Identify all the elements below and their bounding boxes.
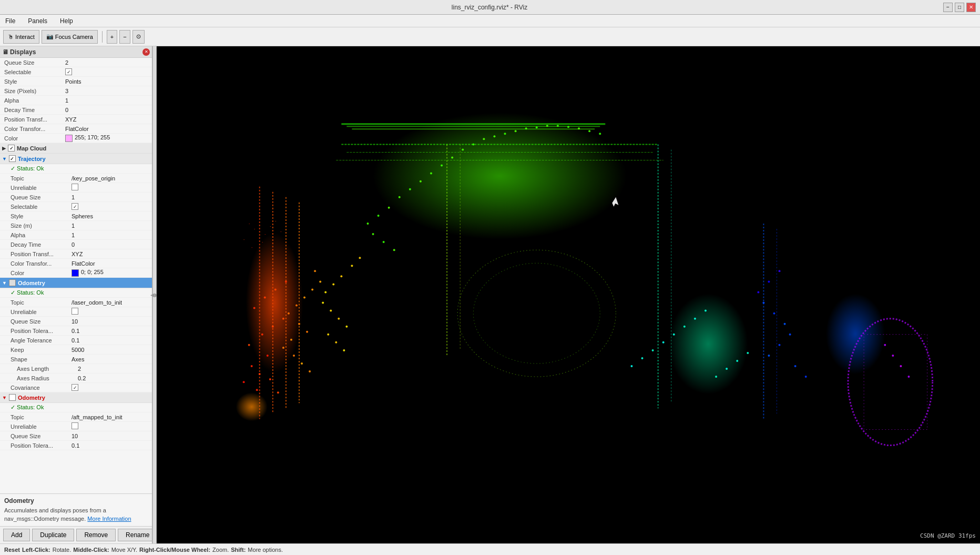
svg-point-93 [900, 365, 902, 367]
main-content: 🖥 Displays ✕ Queue Size 2 Selectable Sty… [0, 46, 980, 543]
odometry-1-pos-tolera: Position Tolera... 0.1 [0, 326, 152, 336]
section-trajectory[interactable]: ▼ Trajectory [0, 154, 152, 164]
trajectory-alpha: Alpha 1 [0, 230, 152, 240]
trajectory-style: Style Spheres [0, 211, 152, 221]
odometry-1-axes-length: Axes Length 2 [0, 364, 152, 374]
svg-rect-123 [265, 234, 266, 235]
displays-title: 🖥 Displays [2, 48, 36, 56]
svg-point-92 [892, 355, 894, 357]
minimize-button[interactable]: − [943, 3, 953, 12]
menu-panels[interactable]: Panels [25, 16, 50, 26]
map-cloud-check[interactable] [8, 145, 15, 152]
map-cloud-label: Map Cloud [17, 145, 46, 152]
point-cloud-visualization [157, 46, 980, 543]
trajectory-label: Trajectory [18, 156, 46, 162]
odometry-1-angle-tol: Angle Tolerance 0.1 [0, 336, 152, 345]
maximize-button[interactable]: □ [955, 3, 964, 12]
fps-display: CSDN @ZARD 31fps [920, 532, 976, 539]
panel-close-button[interactable]: ✕ [142, 48, 150, 56]
menu-file[interactable]: File [2, 16, 18, 26]
odometry-2-topic: Topic /aft_mapped_to_init [0, 412, 152, 422]
add-button[interactable]: Add [3, 529, 30, 541]
trajectory-selectable-check[interactable] [72, 203, 78, 210]
window-controls[interactable]: − □ ✕ [943, 3, 976, 12]
trajectory-color-transf: Color Transfor... FlatColor [0, 259, 152, 268]
shift-action: More options. [248, 547, 283, 553]
prop-queue-size-top: Queue Size 2 [0, 58, 152, 67]
odometry-1-axes-radius: Axes Radius 0.2 [0, 374, 152, 383]
section-map-cloud[interactable]: ▶ Map Cloud [0, 143, 152, 154]
title-bar: lins_rviz_config.rviz* - RViz − □ ✕ [0, 0, 980, 15]
3d-viewport[interactable]: CSDN @ZARD 31fps [157, 46, 980, 543]
right-click-label: Right-Click/Mouse Wheel: [139, 547, 210, 553]
left-click-action: Rotate. [53, 547, 71, 553]
trajectory-queue-size: Queue Size 1 [0, 193, 152, 202]
svg-rect-122 [244, 239, 244, 240]
trajectory-unreliable: Unreliable [0, 183, 152, 193]
svg-point-39 [343, 349, 345, 351]
left-click-label: Left-Click: [22, 547, 50, 553]
info-panel: Odometry Accumulates and displays poses … [0, 493, 152, 526]
trajectory-unreliable-check[interactable] [72, 184, 78, 190]
interact-button[interactable]: 🖱 Interact [3, 30, 39, 44]
odometry-1-check[interactable] [9, 279, 16, 286]
info-title: Odometry [4, 497, 148, 504]
prop-size-pixels: Size (Pixels) 3 [0, 86, 152, 96]
trajectory-topic: Topic /key_pose_origin [0, 174, 152, 183]
toolbar: 🖱 Interact 📷 Focus Camera + − ⊙ [0, 27, 980, 46]
svg-rect-125 [275, 221, 276, 221]
odometry-2-status: ✓ Status: Ok [0, 403, 152, 412]
svg-rect-120 [254, 229, 255, 229]
expand-arrow-map-cloud: ▶ [2, 146, 6, 151]
svg-rect-119 [249, 224, 250, 224]
odometry-2-pos-tolera: Position Tolera... 0.1 [0, 441, 152, 450]
resize-handle[interactable]: ◀▶ [152, 46, 157, 543]
prop-color-transf-top: Color Transfor... FlatColor [0, 124, 152, 134]
expand-arrow-odometry-1: ▼ [2, 280, 7, 286]
section-odometry-2[interactable]: ▼ Odometry [0, 392, 152, 403]
remove-button[interactable]: Remove [76, 529, 116, 541]
remove-icon-button[interactable]: − [119, 30, 130, 44]
prop-decay-time-top: Decay Time 0 [0, 105, 152, 115]
odometry-2-unreliable-check[interactable] [72, 422, 78, 429]
selectable-check-top[interactable] [65, 68, 72, 75]
prop-alpha-top: Alpha 1 [0, 96, 152, 105]
odometry-1-covariance: Covariance [0, 383, 152, 392]
left-panel: 🖥 Displays ✕ Queue Size 2 Selectable Sty… [0, 46, 152, 543]
expand-arrow-trajectory: ▼ [2, 156, 7, 162]
odometry-1-status: ✓ Status: Ok [0, 288, 152, 298]
trajectory-size-m: Size (m) 1 [0, 221, 152, 230]
duplicate-button[interactable]: Duplicate [32, 529, 74, 541]
odometry-1-unreliable-check[interactable] [72, 308, 78, 315]
info-description: Accumulates and displays poses from a na… [4, 507, 148, 523]
middle-click-action: Move X/Y. [111, 547, 137, 553]
svg-point-32 [340, 275, 342, 277]
covariance-check[interactable] [72, 384, 78, 391]
trajectory-check[interactable] [9, 155, 16, 162]
more-information-link[interactable]: More Information [87, 516, 131, 522]
odometry-1-label: Odometry [18, 280, 45, 286]
odometry-1-unreliable: Unreliable [0, 307, 152, 317]
expand-arrow-odometry-2: ▼ [2, 395, 7, 400]
color-swatch-trajectory[interactable] [72, 269, 79, 277]
svg-point-94 [907, 376, 910, 378]
add-icon-button[interactable]: + [107, 30, 117, 44]
odometry-1-queue-size: Queue Size 10 [0, 317, 152, 326]
odometry-1-topic: Topic /laser_odom_to_init [0, 298, 152, 307]
section-odometry-1[interactable]: ▼ Odometry [0, 278, 152, 288]
rename-button[interactable]: Rename [118, 529, 152, 541]
reset-label[interactable]: Reset [4, 547, 20, 553]
prop-color-top: Color 255; 170; 255 [0, 134, 152, 143]
close-button[interactable]: ✕ [966, 3, 976, 12]
odometry-2-queue-size: Queue Size 10 [0, 431, 152, 441]
focus-camera-button[interactable]: 📷 Focus Camera [42, 30, 98, 44]
color-swatch-top[interactable] [65, 135, 73, 142]
toolbar-separator [102, 31, 103, 43]
odometry-2-check[interactable] [9, 394, 16, 401]
camera-view-button[interactable]: ⊙ [132, 30, 145, 44]
trajectory-status: ✓ Status: Ok [0, 164, 152, 174]
displays-list[interactable]: Queue Size 2 Selectable Style Points Siz… [0, 58, 152, 493]
svg-rect-115 [231, 345, 336, 440]
menu-help[interactable]: Help [57, 16, 76, 26]
odometry-1-keep: Keep 5000 [0, 345, 152, 355]
